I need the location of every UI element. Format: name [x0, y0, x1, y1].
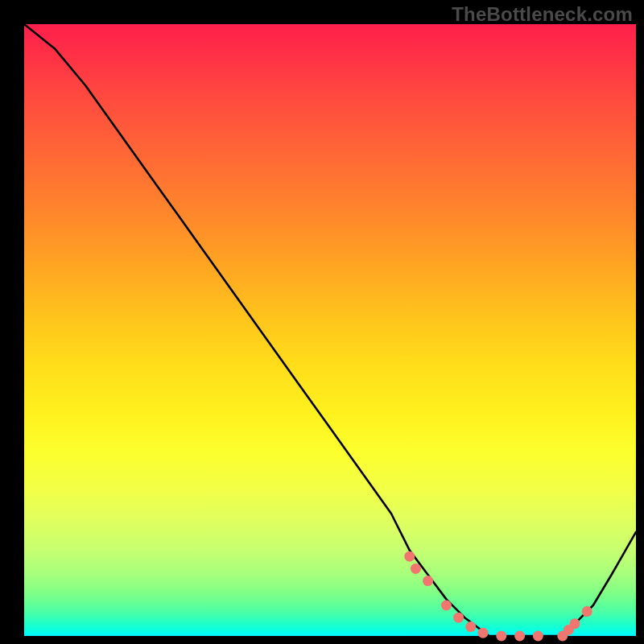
chart-frame: TheBottleneck.com: [0, 0, 644, 644]
highlight-dot: [514, 631, 525, 642]
highlight-dot: [478, 628, 489, 638]
highlight-dot: [441, 601, 452, 611]
highlight-dot: [570, 618, 580, 629]
highlight-dot: [411, 564, 421, 574]
highlight-dot: [453, 613, 464, 623]
highlight-dot: [533, 631, 543, 642]
highlight-dot: [404, 551, 415, 562]
bottleneck-curve: [24, 24, 636, 636]
plot-gradient-background: [24, 24, 636, 636]
highlight-dot: [423, 576, 433, 586]
watermark-text: TheBottleneck.com: [452, 3, 633, 26]
chart-svg: [24, 24, 636, 636]
highlight-dot: [582, 606, 592, 617]
highlight-dot: [465, 621, 476, 632]
highlight-dot: [496, 631, 506, 642]
highlight-dots-group: [404, 551, 592, 642]
